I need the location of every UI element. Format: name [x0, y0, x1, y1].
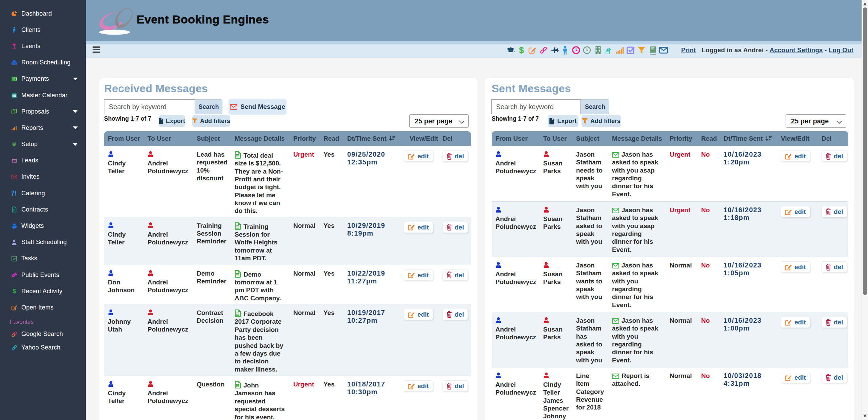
svg-text:$: $ — [13, 288, 16, 294]
svg-text:$: $ — [519, 46, 524, 55]
svg-text:$: $ — [14, 78, 15, 80]
